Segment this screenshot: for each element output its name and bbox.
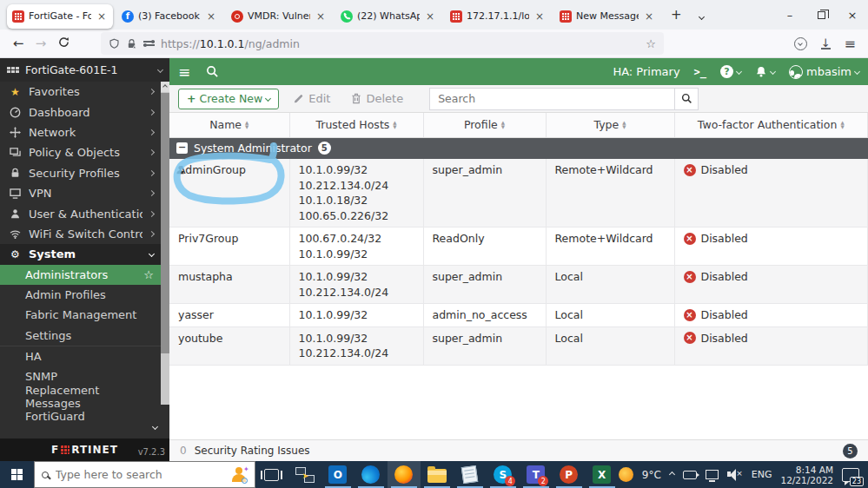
tab-whatsapp[interactable]: (22) WhatsApp × xyxy=(335,4,441,29)
taskbar-search[interactable]: ✦ xyxy=(34,461,255,488)
table-row[interactable]: Priv7Group 100.67.0.24/32 10.1.0.99/32 R… xyxy=(169,228,868,266)
task-view-button[interactable] xyxy=(255,461,288,488)
volume-muted-icon[interactable]: × xyxy=(727,469,743,481)
table-search-input[interactable] xyxy=(429,88,674,110)
column-header-trusted-hosts[interactable]: Trusted Hosts▲▼ xyxy=(289,113,423,137)
hidden-icons-chevron[interactable] xyxy=(669,472,675,478)
sidebar-item-settings[interactable]: Settings xyxy=(0,326,161,346)
tab-close-icon[interactable]: × xyxy=(533,10,546,23)
projector-icon[interactable] xyxy=(683,471,697,479)
user-menu[interactable]: mbasim xyxy=(789,65,859,79)
scroll-up-button[interactable] xyxy=(161,82,169,92)
table-row[interactable]: mustapha 10.1.0.99/32 10.212.134.0/24 su… xyxy=(169,266,868,304)
bookmark-star-icon[interactable]: ☆ xyxy=(646,37,656,50)
statusbar-badge[interactable]: 5 xyxy=(843,444,858,458)
column-header-two-factor[interactable]: Two-factor Authentication▲▼ xyxy=(674,113,868,137)
sidebar-item-vpn[interactable]: VPN xyxy=(0,183,161,203)
taskbar-clock[interactable]: 8:14 AM 12/21/2022 xyxy=(780,465,833,485)
create-new-button[interactable]: + Create New xyxy=(178,89,279,109)
sort-icon[interactable]: ▲▼ xyxy=(622,121,626,129)
sidebar-item-security-profiles[interactable]: Security Profiles xyxy=(0,163,161,183)
sidebar-item-policy-objects[interactable]: Policy & Objects xyxy=(0,142,161,162)
teams-button[interactable]: T2 xyxy=(520,461,553,488)
back-button[interactable]: ← xyxy=(7,36,30,51)
lock-warning-icon[interactable] xyxy=(126,38,137,49)
pocket-icon[interactable] xyxy=(794,37,807,50)
network-icon[interactable] xyxy=(706,470,719,479)
table-row[interactable]: youtube 10.1.0.99/32 10.212.134.0/24 sup… xyxy=(169,326,868,365)
sidebar-item-user-authentication[interactable]: User & Authentication xyxy=(0,203,161,223)
list-tabs-button[interactable] xyxy=(691,7,712,23)
sort-icon[interactable]: ▲▼ xyxy=(393,121,396,129)
cli-console-icon[interactable]: >_ xyxy=(694,66,706,78)
sidebar-item-dashboard[interactable]: Dashboard xyxy=(0,102,161,122)
sidebar-item-replacement-messages[interactable]: Replacement Messages xyxy=(0,386,161,406)
outlook-button[interactable]: O xyxy=(321,461,354,488)
table-row[interactable]: yasser 10.1.0.99/32 admin_no_access Loca… xyxy=(169,304,868,327)
downloads-icon[interactable]: ↓ xyxy=(821,38,831,49)
sidebar-item-fortiguard[interactable]: FortiGuard xyxy=(0,406,161,426)
skype-button[interactable]: S4 xyxy=(487,461,520,488)
weather-sun-icon[interactable] xyxy=(619,467,633,482)
restore-button[interactable] xyxy=(805,0,837,30)
sidebar-scroll-more-icon[interactable] xyxy=(153,416,157,432)
ha-status[interactable]: HA: Primary xyxy=(613,65,679,78)
close-window-button[interactable]: × xyxy=(837,0,868,30)
sort-icon[interactable]: ▲▼ xyxy=(245,121,248,129)
sidebar-item-system[interactable]: ⚙ System xyxy=(0,244,161,264)
remote-desktop-button[interactable]: ➤ xyxy=(288,461,321,488)
issues-label[interactable]: Security Rating Issues xyxy=(195,445,310,457)
tab-close-icon[interactable]: × xyxy=(643,10,655,23)
tracking-shield-icon[interactable] xyxy=(109,38,120,49)
weather-temperature[interactable]: 9°C xyxy=(642,469,661,481)
taskbar-search-input[interactable] xyxy=(56,468,222,481)
sidebar-scrollbar[interactable] xyxy=(161,82,169,405)
notifications-menu[interactable] xyxy=(755,66,775,78)
refresh-button[interactable] xyxy=(52,36,75,51)
global-search-icon[interactable] xyxy=(206,65,219,78)
powerpoint-button[interactable]: P xyxy=(553,461,586,488)
delete-button[interactable]: Delete xyxy=(344,92,410,105)
tab-new-message[interactable]: New Message - Fortin × xyxy=(554,4,660,29)
tab-close-icon[interactable]: × xyxy=(96,10,108,23)
sidebar-item-ha[interactable]: HA xyxy=(0,346,161,366)
permissions-icon[interactable] xyxy=(143,39,155,48)
collapse-sidebar-icon[interactable]: ≡ xyxy=(178,63,190,81)
group-row-system-administrator[interactable]: − System Administrator 5 xyxy=(169,137,868,159)
tab-login[interactable]: 172.17.1.1/login?redir × xyxy=(445,4,551,29)
column-header-type[interactable]: Type▲▼ xyxy=(546,113,674,137)
forward-button[interactable]: → xyxy=(30,36,52,51)
excel-button[interactable]: X xyxy=(586,461,619,488)
minimize-button[interactable]: – xyxy=(774,0,805,30)
table-row[interactable]: AdminGroup 10.1.0.99/32 10.212.134.0/24 … xyxy=(169,159,868,228)
scrollbar-thumb[interactable] xyxy=(161,93,169,353)
notepad-button[interactable] xyxy=(454,461,487,488)
edge-button[interactable] xyxy=(354,461,388,488)
tab-close-icon[interactable]: × xyxy=(424,10,436,23)
notification-center-icon[interactable]: 23 xyxy=(842,468,859,482)
edit-button[interactable]: Edit xyxy=(286,92,337,105)
new-tab-button[interactable]: + xyxy=(662,7,691,23)
tab-facebook[interactable]: f (3) Facebook × xyxy=(116,4,222,29)
visual-search-icon[interactable]: ✦ xyxy=(229,466,248,484)
sidebar-item-fabric-management[interactable]: Fabric Management xyxy=(0,305,161,325)
column-header-name[interactable]: Name▲▼ xyxy=(169,113,289,137)
sidebar-item-favorites[interactable]: ★ Favorites xyxy=(0,82,161,102)
help-menu[interactable]: ? xyxy=(720,65,741,78)
tab-close-icon[interactable]: × xyxy=(205,10,217,23)
sidebar-item-network[interactable]: Network xyxy=(0,122,161,142)
search-submit-icon[interactable] xyxy=(674,88,699,110)
url-bar[interactable]: https://10.1.0.1/ng/admin ☆ xyxy=(101,32,664,55)
app-menu-icon[interactable]: ≡ xyxy=(845,36,856,52)
tab-close-icon[interactable]: × xyxy=(315,10,327,23)
collapse-group-icon[interactable]: − xyxy=(176,142,188,154)
favorite-star-outline-icon[interactable]: ☆ xyxy=(143,268,154,281)
device-selector[interactable]: FortiGate-601E-1 xyxy=(0,58,169,82)
sidebar-item-admin-profiles[interactable]: Admin Profiles xyxy=(0,285,161,305)
sort-icon[interactable]: ▲▼ xyxy=(840,121,844,129)
tab-vmdr[interactable]: VMDR: Vulnerability D × xyxy=(226,4,332,29)
language-indicator[interactable]: ENG xyxy=(752,469,772,480)
file-explorer-button[interactable] xyxy=(421,461,454,488)
start-button[interactable] xyxy=(0,461,34,488)
sidebar-item-wifi-switch[interactable]: WiFi & Switch Controller xyxy=(0,224,161,244)
